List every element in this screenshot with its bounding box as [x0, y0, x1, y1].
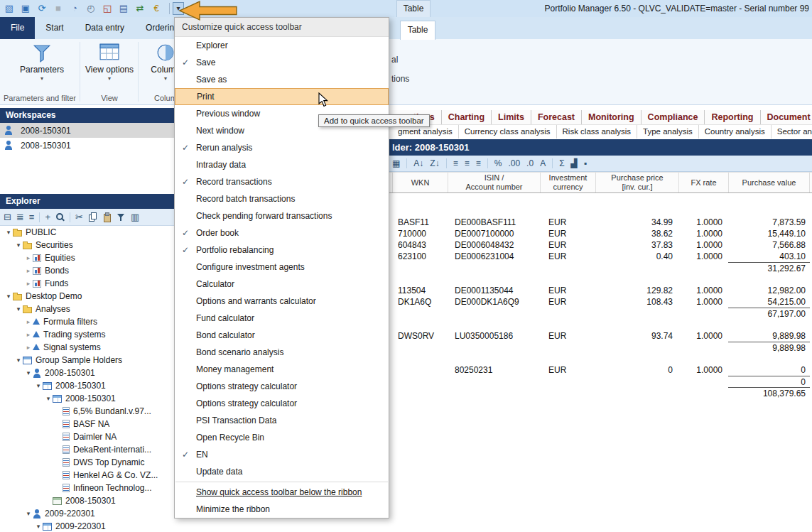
copy-icon[interactable]: [88, 212, 97, 222]
tree-expander-icon[interactable]: ▸: [24, 280, 33, 287]
tree-item-group-sample-holders[interactable]: ▾Group Sample Holders: [0, 354, 175, 367]
menu-item-save-as[interactable]: Save as: [175, 71, 389, 88]
menu-item-order-book[interactable]: ✓Order book: [175, 224, 389, 241]
tree-item-funds[interactable]: ▸Funds: [0, 277, 175, 290]
add-decimal-icon[interactable]: .00: [508, 158, 520, 168]
tree-expander-icon[interactable]: ▾: [14, 357, 23, 364]
table-row[interactable]: 710000DE0007100000EUR38.621.000015,449.1…: [392, 228, 810, 239]
tree-expander-icon[interactable]: ▾: [24, 510, 33, 517]
menu-item-options-strategy-calculator[interactable]: Options strategy calculator: [175, 395, 389, 412]
tab-country-analysis[interactable]: Country analysis: [699, 125, 772, 139]
tree-expander-icon[interactable]: ▾: [14, 241, 23, 249]
columns-icon[interactable]: ▥: [131, 212, 139, 222]
tree-item-2009-220301[interactable]: ▾2009-220301: [0, 520, 175, 532]
grid-settings-icon[interactable]: ▦: [392, 158, 400, 168]
tree-item-basf-na[interactable]: BASF NA: [0, 418, 175, 430]
ribbon-tab-start[interactable]: Start: [35, 17, 74, 39]
tree-item-dws-top-dynamic[interactable]: DWS Top Dynamic: [0, 456, 175, 469]
tree-item-signal-systems[interactable]: ▸Signal systems: [0, 341, 175, 354]
menu-item-rerun-analysis[interactable]: ✓Rerun analysis: [175, 139, 389, 156]
rerun-analysis-icon[interactable]: ⟳: [36, 2, 48, 15]
menu-item-update-data[interactable]: Update data: [175, 463, 389, 480]
floating-table-tab[interactable]: Table: [396, 0, 431, 17]
update-data-icon[interactable]: €: [150, 2, 163, 15]
column-header-isin[interactable]: ISIN /Account number: [448, 173, 540, 192]
menu-item-save[interactable]: ✓Save: [175, 54, 389, 71]
menu-item-options-and-warrants-calculator[interactable]: Options and warrants calculator: [175, 293, 389, 310]
tree-item-formula-filters[interactable]: ▸Formula filters: [0, 315, 175, 328]
explorer-icon[interactable]: ▧: [3, 2, 16, 15]
tree-expander-icon[interactable]: ▾: [34, 382, 43, 389]
tab-limits[interactable]: Limits: [492, 110, 531, 124]
tab-charting[interactable]: Charting: [442, 110, 492, 124]
table-row[interactable]: BASF11DE000BASF111EUR34.991.00007,873.59: [392, 217, 810, 228]
tree-expander-icon[interactable]: ▸: [24, 331, 33, 338]
tab-currency-class-analysis[interactable]: Currency class analysis: [459, 125, 557, 139]
table-row[interactable]: DK1A6QDE000DK1A6Q9EUR108.431.000054,215.…: [392, 296, 810, 308]
tree-expander-icon[interactable]: ▸: [24, 267, 33, 274]
tree-item-2009-220301[interactable]: ▾2009-220301: [0, 507, 175, 520]
table-row[interactable]: 623100DE0006231004EUR0.401.0000403.10: [392, 251, 810, 262]
tree-item-2008-150301[interactable]: ▾2008-150301: [0, 392, 175, 405]
record-transactions-icon[interactable]: ◴: [85, 2, 97, 15]
portfolio-rebalancing-icon[interactable]: ⇄: [134, 2, 146, 15]
cut-icon[interactable]: ✂: [75, 212, 83, 222]
font-icon[interactable]: A: [540, 158, 546, 168]
menu-item-record-transactions[interactable]: ✓Record transactions: [175, 173, 389, 190]
tab-forecast[interactable]: Forecast: [531, 110, 582, 124]
ribbon-tab-data-entry[interactable]: Data entry: [75, 17, 135, 39]
menu-item-show-quick-access-toolbar-below-the-ribbon[interactable]: Show quick access toolbar below the ribb…: [175, 484, 389, 501]
column-header-price[interactable]: Purchase price[inv. cur.]: [595, 173, 678, 192]
search-icon[interactable]: [55, 212, 65, 222]
tree-expander-icon[interactable]: ▸: [24, 344, 33, 351]
tree-expander-icon[interactable]: ▾: [14, 305, 23, 313]
filter-icon[interactable]: [117, 212, 126, 222]
paste-icon[interactable]: [102, 212, 112, 222]
sum-icon[interactable]: Σ: [559, 158, 564, 168]
ribbon-tab-file[interactable]: File: [0, 17, 35, 39]
snapshot-icon[interactable]: ▪: [584, 158, 587, 168]
document-tab-table[interactable]: Table: [400, 21, 435, 40]
tab-monitoring[interactable]: Monitoring: [582, 110, 642, 124]
align-right-icon[interactable]: ≡: [476, 158, 481, 168]
tab-compliance[interactable]: Compliance: [642, 110, 705, 124]
tree-item-6-5-bundanl-v-97[interactable]: 6,5% Bundanl.v.97...: [0, 405, 175, 418]
menu-item-calculator[interactable]: Calculator: [175, 276, 389, 293]
tree-expander-icon[interactable]: ▾: [44, 395, 53, 402]
menu-item-en[interactable]: ✓EN: [175, 446, 389, 463]
menu-item-fund-calculator[interactable]: Fund calculator: [175, 310, 389, 327]
tree-item-2008-150301[interactable]: ▾2008-150301: [0, 367, 175, 379]
save-icon[interactable]: ▣: [19, 2, 32, 15]
menu-item-options-strategy-calculator[interactable]: Options strategy calculator: [175, 378, 389, 395]
tree-item-bonds[interactable]: ▸Bonds: [0, 264, 175, 277]
menu-item-psi-transaction-data[interactable]: PSI Transaction Data: [175, 412, 389, 429]
tree-view-icon[interactable]: ⊟: [4, 212, 11, 222]
menu-item-configure-investment-agents[interactable]: Configure investment agents: [175, 259, 389, 276]
menu-item-check-pending-forward-transactions[interactable]: Check pending forward transactions: [175, 207, 389, 224]
order-book-icon[interactable]: ▤: [117, 2, 130, 15]
record-batch-transactions-icon[interactable]: ◱: [101, 2, 114, 15]
column-header-fx[interactable]: FX rate: [678, 173, 728, 192]
stop-icon[interactable]: ■: [52, 2, 65, 15]
align-center-icon[interactable]: ≡: [465, 158, 470, 168]
details-view-icon[interactable]: ≡: [29, 212, 35, 222]
parameters-button[interactable]: Parameters ▾: [6, 41, 78, 82]
tree-expander-icon[interactable]: ▸: [24, 254, 33, 261]
sort-descending-icon[interactable]: Z↓: [430, 158, 439, 168]
tree-item-public[interactable]: ▾PUBLIC: [0, 226, 175, 239]
tree-expander-icon[interactable]: ▾: [34, 523, 43, 530]
menu-item-intraday-data[interactable]: Intraday data: [175, 156, 389, 173]
sort-ascending-icon[interactable]: A↓: [413, 158, 423, 168]
tab-sector-analysis[interactable]: Sector analysis: [772, 125, 812, 139]
intraday-data-icon[interactable]: ◔: [68, 2, 81, 15]
workspace-item[interactable]: 2008-150301: [0, 138, 175, 153]
tree-item-henkel-ag-co-vz[interactable]: Henkel AG & Co. VZ...: [0, 469, 175, 482]
menu-item-explorer[interactable]: Explorer: [175, 37, 389, 54]
table-row[interactable]: DWS0RVLU0350005186EUR93.741.00009,889.98: [392, 330, 810, 342]
menu-item-bond-calculator[interactable]: Bond calculator: [175, 327, 389, 344]
menu-item-print[interactable]: Print: [175, 88, 389, 105]
chart-icon[interactable]: ▟: [571, 158, 578, 168]
table-row[interactable]: 80250231EUR01.00000: [392, 364, 810, 376]
tree-item-infineon-technolog[interactable]: Infineon Technolog...: [0, 482, 175, 494]
list-view-icon[interactable]: ≣: [16, 212, 24, 222]
